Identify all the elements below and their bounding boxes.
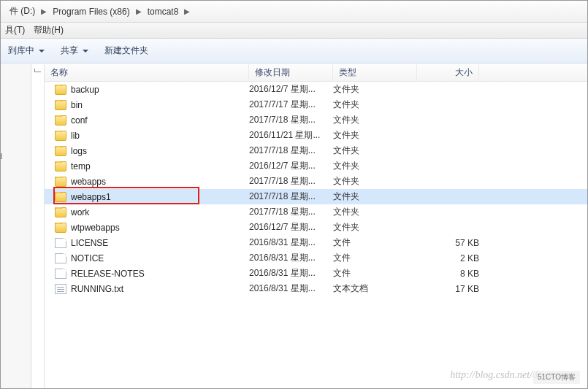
cell-date: 2016/8/31 星期... (249, 236, 333, 249)
cell-type: 文件夹 (333, 190, 417, 203)
file-row[interactable]: logs2017/7/18 星期...文件夹 (45, 143, 587, 158)
cell-name: NOTICE (55, 253, 249, 263)
cell-name: wtpwebapps (55, 223, 249, 233)
file-list-pane: 名称 修改日期 类型 大小 backup2016/12/7 星期...文件夹bi… (45, 64, 587, 388)
cell-date: 2016/11/21 星期... (249, 129, 333, 142)
file-rows: backup2016/12/7 星期...文件夹bin2017/7/17 星期.… (45, 82, 587, 296)
cell-date: 2016/12/7 星期... (249, 83, 333, 96)
file-icon (55, 253, 66, 263)
cell-date: 2016/8/31 星期... (249, 252, 333, 264)
breadcrumb-seg-tomcat[interactable]: tomcat8 (143, 4, 183, 20)
cell-type: 文件夹 (333, 99, 417, 111)
file-row[interactable]: RELEASE-NOTES2016/8/31 星期...文件8 KB (45, 266, 587, 281)
nav-pane[interactable]: d (1, 64, 31, 388)
file-name-label: RELEASE-NOTES (71, 269, 145, 279)
file-row[interactable]: wtpwebapps2016/12/7 星期...文件夹 (45, 220, 587, 235)
cell-size: 2 KB (417, 253, 479, 263)
file-row[interactable]: conf2017/7/18 星期...文件夹 (45, 112, 587, 128)
cell-type: 文件夹 (333, 145, 417, 157)
col-name[interactable]: 名称 (45, 64, 249, 82)
column-headers: 名称 修改日期 类型 大小 (45, 64, 587, 82)
cell-type: 文件 (333, 236, 417, 249)
chevron-down-icon (83, 50, 88, 53)
content-area: d 名称 修改日期 类型 大小 backup2016/12/7 星期...文件夹… (1, 64, 587, 388)
cell-name: webapps1 (55, 192, 249, 202)
cell-name: webapps (55, 177, 249, 187)
file-row[interactable]: webapps12017/7/18 星期...文件夹 (45, 189, 587, 204)
cell-date: 2016/8/31 星期... (249, 267, 333, 280)
file-row[interactable]: webapps2017/7/18 星期...文件夹 (45, 174, 587, 189)
cell-date: 2016/12/7 星期... (249, 221, 333, 234)
file-name-label: lib (71, 131, 80, 141)
chevron-down-icon (39, 50, 45, 53)
chevron-right-icon[interactable]: ▶ (134, 7, 143, 15)
file-name-label: wtpwebapps (71, 223, 120, 233)
cell-date: 2017/7/18 星期... (249, 206, 333, 218)
file-name-label: webapps1 (71, 192, 111, 202)
chevron-right-icon[interactable]: ▶ (183, 7, 191, 15)
watermark-badge: 51CTO博客 (533, 371, 580, 384)
cell-type: 文件夹 (333, 175, 417, 188)
share-button[interactable]: 共享 (61, 45, 88, 57)
cell-type: 文件夹 (333, 129, 417, 142)
file-name-label: work (71, 207, 89, 217)
file-row[interactable]: RUNNING.txt2016/8/31 星期...文本文档17 KB (45, 281, 587, 296)
cell-size: 8 KB (417, 269, 479, 279)
folder-icon (55, 192, 66, 202)
cell-type: 文件夹 (333, 206, 417, 218)
folder-icon (55, 115, 66, 126)
cell-name: RUNNING.txt (55, 284, 249, 294)
cell-name: RELEASE-NOTES (55, 269, 249, 279)
file-row[interactable]: LICENSE2016/8/31 星期...文件57 KB (45, 235, 587, 250)
chevron-right-icon[interactable]: ▶ (39, 7, 48, 15)
cell-date: 2016/12/7 星期... (249, 160, 333, 172)
file-row[interactable]: bin2017/7/17 星期...文件夹 (45, 97, 587, 112)
cell-name: LICENSE (55, 238, 249, 248)
text-file-icon (55, 284, 66, 294)
file-icon (55, 269, 66, 279)
address-breadcrumb[interactable]: 件 (D:) ▶ Program Files (x86) ▶ tomcat8 ▶ (1, 1, 587, 23)
tree-toggle-col[interactable] (31, 64, 45, 388)
cell-name: work (55, 207, 249, 217)
cell-name: logs (55, 146, 249, 156)
file-row[interactable]: lib2016/11/21 星期...文件夹 (45, 128, 587, 143)
file-row[interactable]: work2017/7/18 星期...文件夹 (45, 204, 587, 220)
cell-date: 2017/7/18 星期... (249, 175, 333, 188)
folder-icon (55, 131, 66, 141)
cell-name: backup (55, 85, 249, 95)
col-date[interactable]: 修改日期 (249, 64, 333, 82)
menu-help[interactable]: 帮助(H) (34, 24, 64, 36)
cell-type: 文件夹 (333, 160, 417, 172)
cell-type: 文件夹 (333, 114, 417, 126)
cell-date: 2017/7/18 星期... (249, 190, 333, 203)
cell-date: 2017/7/18 星期... (249, 114, 333, 126)
file-name-label: logs (71, 146, 87, 156)
cell-type: 文件夹 (333, 83, 417, 96)
col-size[interactable]: 大小 (417, 64, 479, 82)
col-type[interactable]: 类型 (333, 64, 417, 82)
include-in-library-button[interactable]: 到库中 (8, 45, 45, 57)
cell-name: conf (55, 115, 249, 126)
new-folder-label: 新建文件夹 (104, 45, 148, 57)
file-row[interactable]: backup2016/12/7 星期...文件夹 (45, 82, 587, 97)
cell-size: 17 KB (417, 284, 479, 294)
folder-icon (55, 177, 66, 187)
new-folder-button[interactable]: 新建文件夹 (104, 45, 148, 57)
folder-icon (55, 207, 66, 217)
cell-date: 2016/8/31 星期... (249, 282, 333, 295)
cell-name: lib (55, 131, 249, 141)
include-label: 到库中 (8, 45, 34, 57)
breadcrumb-seg-progfiles[interactable]: Program Files (x86) (48, 4, 134, 20)
menu-tools[interactable]: 具(T) (5, 24, 25, 36)
folder-icon (55, 161, 66, 172)
file-name-label: webapps (71, 177, 106, 187)
folder-icon (55, 223, 66, 233)
share-label: 共享 (61, 45, 78, 57)
file-row[interactable]: temp2016/12/7 星期...文件夹 (45, 158, 587, 174)
cell-type: 文件 (333, 267, 417, 280)
breadcrumb-seg-drive[interactable]: 件 (D:) (5, 2, 39, 20)
file-icon (55, 238, 66, 248)
file-name-label: NOTICE (71, 253, 104, 263)
file-row[interactable]: NOTICE2016/8/31 星期...文件2 KB (45, 250, 587, 266)
nav-text-fragment: d (0, 152, 2, 161)
